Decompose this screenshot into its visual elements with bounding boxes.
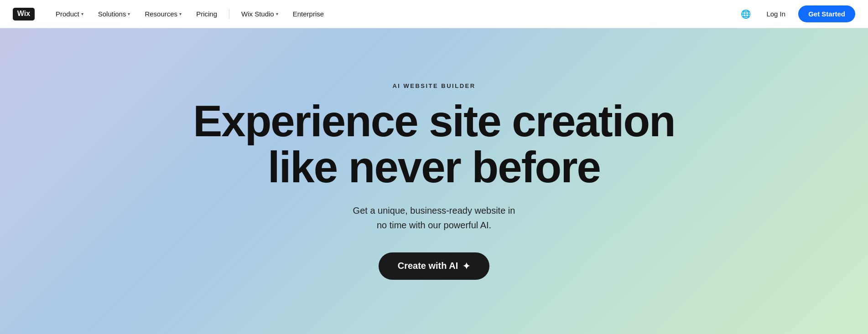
nav-label-product: Product — [56, 10, 79, 18]
nav-label-resources: Resources — [145, 10, 177, 18]
sparkle-icon: ✦ — [463, 261, 470, 272]
language-selector-button[interactable]: 🌐 — [738, 6, 754, 22]
hero-eyebrow: AI WEBSITE BUILDER — [392, 82, 475, 89]
hero-title: Experience site creation like never befo… — [193, 98, 675, 190]
svg-text:Wix: Wix — [17, 10, 30, 17]
nav-links: Product ▾ Solutions ▾ Resources ▾ Pricin… — [49, 6, 738, 21]
globe-icon: 🌐 — [741, 9, 751, 19]
create-with-ai-button[interactable]: Create with AI ✦ — [379, 252, 490, 280]
hero-title-line2: like never before — [268, 143, 600, 191]
navbar: Wix Product ▾ Solutions ▾ Resources ▾ Pr… — [0, 0, 868, 28]
hero-section: AI WEBSITE BUILDER Experience site creat… — [0, 0, 868, 334]
hero-subtitle: Get a unique, business-ready website in … — [353, 203, 515, 232]
nav-label-enterprise: Enterprise — [293, 10, 324, 18]
create-ai-label: Create with AI — [398, 261, 458, 271]
get-started-button[interactable]: Get Started — [798, 5, 855, 22]
chevron-down-icon: ▾ — [128, 11, 130, 16]
hero-title-line1: Experience site creation — [193, 97, 675, 145]
nav-label-wix-studio: Wix Studio — [241, 10, 274, 18]
nav-item-resources[interactable]: Resources ▾ — [138, 6, 188, 21]
login-button[interactable]: Log In — [761, 6, 791, 21]
nav-item-wix-studio[interactable]: Wix Studio ▾ — [235, 6, 285, 21]
nav-divider — [229, 9, 229, 19]
chevron-down-icon: ▾ — [276, 11, 278, 16]
chevron-down-icon: ▾ — [81, 11, 83, 16]
nav-item-solutions[interactable]: Solutions ▾ — [92, 6, 137, 21]
navbar-right: 🌐 Log In Get Started — [738, 5, 855, 22]
nav-item-enterprise[interactable]: Enterprise — [286, 6, 330, 21]
nav-item-pricing[interactable]: Pricing — [190, 6, 223, 21]
wix-logo[interactable]: Wix — [13, 8, 35, 21]
nav-label-solutions: Solutions — [98, 10, 126, 18]
chevron-down-icon: ▾ — [179, 11, 182, 16]
nav-label-pricing: Pricing — [196, 10, 217, 18]
nav-item-product[interactable]: Product ▾ — [49, 6, 90, 21]
hero-subtitle-line2: no time with our powerful AI. — [377, 220, 491, 230]
hero-subtitle-line1: Get a unique, business-ready website in — [353, 206, 515, 216]
